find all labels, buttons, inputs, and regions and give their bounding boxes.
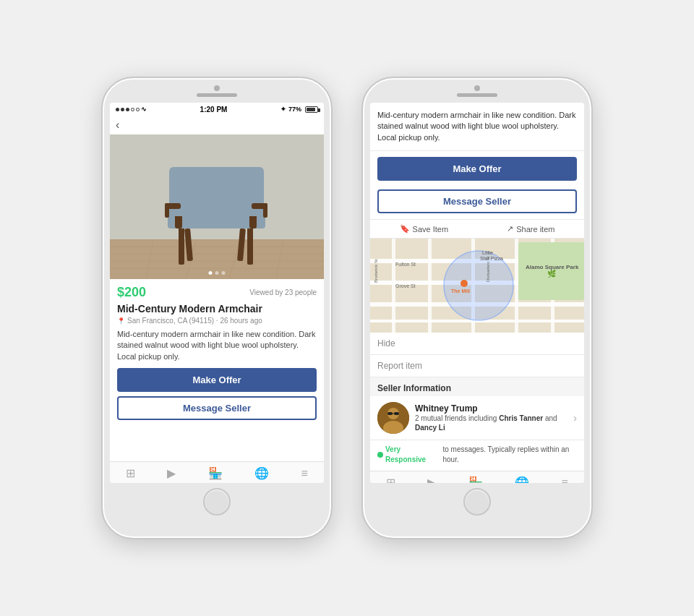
tab-bar-1: ⊞ ▶ 🏪 🌐 ≡: [110, 461, 324, 483]
svg-rect-48: [394, 412, 399, 415]
message-seller-button-2[interactable]: Message Seller: [377, 189, 577, 213]
svg-point-33: [444, 251, 513, 320]
tab-video-1[interactable]: ▶: [167, 466, 176, 480]
product-location: San Francisco, CA (94115) · 26 hours ago: [127, 317, 262, 325]
svg-rect-10: [179, 225, 184, 265]
tab-globe-1[interactable]: 🌐: [254, 466, 269, 480]
battery-percent-1: 77%: [288, 106, 301, 113]
signal-dot-1: [116, 108, 119, 111]
save-share-row: 🔖 Save Item ↗ Share item: [370, 220, 584, 239]
home-button-1[interactable]: [203, 488, 231, 516]
svg-text:The Mill: The Mill: [451, 288, 470, 294]
report-row[interactable]: Report item: [370, 355, 584, 377]
screen-1: ∿ 1:20 PM ✦ 77% ‹: [110, 103, 324, 483]
share-item-button[interactable]: ↗ Share item: [507, 224, 554, 234]
bluetooth-icon: ✦: [280, 106, 286, 113]
svg-text:Fulton St: Fulton St: [395, 262, 416, 267]
signal-dot-5: [136, 108, 140, 111]
wifi-icon: ∿: [141, 106, 147, 113]
svg-text:Grove St: Grove St: [395, 283, 416, 288]
signal-dot-2: [121, 108, 124, 111]
seller-info: Whitney Trump 2 mutual friends including…: [415, 403, 567, 432]
product-title: Mid-Century Modern Armchair: [117, 303, 317, 315]
map-container[interactable]: Fulton St Grove St Broderick St Divisade…: [370, 239, 584, 333]
tab-marketplace-1[interactable]: 🏪: [208, 466, 223, 480]
seller-avatar: [377, 402, 409, 434]
phone-2: Mid-century modern armchair in like new …: [361, 77, 593, 539]
signal-area: ∿: [116, 106, 147, 113]
chair-svg: [110, 134, 324, 279]
phone-top-2: [372, 85, 583, 100]
pin-icon: 📍: [117, 317, 125, 325]
product-info: $200 Viewed by 23 people Mid-Century Mod…: [110, 279, 324, 461]
tab-marketplace-2[interactable]: 🏪: [468, 476, 483, 483]
very-responsive-label: Very Responsive: [385, 445, 438, 465]
avatar-svg: [377, 402, 409, 434]
action-buttons: Make Offer Message Seller: [370, 151, 584, 220]
tab-menu-2[interactable]: ≡: [561, 476, 567, 483]
friend2-name: Dancy Li: [415, 424, 445, 432]
phone2-content: Mid-century modern armchair in like new …: [370, 103, 584, 483]
message-seller-button[interactable]: Message Seller: [117, 396, 317, 420]
make-offer-button-2[interactable]: Make Offer: [377, 157, 577, 181]
screen-content-1: ‹: [110, 116, 324, 483]
viewed-count: Viewed by 23 people: [249, 288, 317, 296]
svg-text:Broderick St: Broderick St: [374, 259, 378, 283]
tab-bar-2: ⊞ ▶ 🏪 🌐 ≡: [370, 471, 584, 483]
svg-rect-11: [247, 225, 253, 265]
phone-1: ∿ 1:20 PM ✦ 77% ‹: [101, 77, 333, 539]
signal-dot-3: [126, 108, 129, 111]
seller-section: Seller Information: [370, 377, 584, 471]
map-svg: Fulton St Grove St Broderick St Divisade…: [370, 239, 584, 333]
friend1-name: Chris Tanner: [499, 414, 543, 422]
seller-row[interactable]: Whitney Trump 2 mutual friends including…: [370, 396, 584, 440]
seller-header: Seller Information: [370, 377, 584, 396]
speaker-bar-2: [457, 93, 497, 97]
hide-row[interactable]: Hide: [370, 333, 584, 355]
svg-rect-20: [165, 203, 169, 218]
tab-globe-2[interactable]: 🌐: [515, 476, 529, 483]
green-dot-icon: [377, 452, 383, 458]
tab-news-1[interactable]: ⊞: [126, 466, 135, 480]
home-button-2[interactable]: [463, 488, 491, 516]
price-row: $200 Viewed by 23 people: [117, 285, 317, 300]
product-meta: 📍 San Francisco, CA (94115) · 26 hours a…: [117, 317, 317, 325]
svg-rect-30: [515, 239, 518, 333]
battery-icon-1: [305, 106, 318, 113]
share-label: Share item: [516, 225, 554, 234]
responsive-row: Very Responsive to messages. Typically r…: [370, 440, 584, 471]
speaker-bar: [197, 93, 237, 97]
seller-mutual-friends: 2 mutual friends including Chris Tanner …: [415, 414, 567, 432]
svg-rect-28: [428, 239, 432, 333]
nav-bar: ‹: [110, 116, 324, 134]
share-icon: ↗: [507, 224, 513, 234]
phone-top-1: [111, 85, 322, 100]
chevron-right-icon: ›: [573, 412, 577, 424]
back-button[interactable]: ‹: [116, 119, 119, 132]
description-box: Mid-century modern armchair in like new …: [370, 103, 584, 151]
save-label: Save Item: [413, 225, 449, 234]
image-dots: [209, 271, 226, 275]
seller-name: Whitney Trump: [415, 403, 567, 414]
phone-bottom-2: [463, 483, 491, 521]
responsive-suffix: to messages. Typically replies within an…: [442, 445, 577, 465]
bookmark-icon: 🔖: [400, 224, 410, 234]
camera-dot-2: [474, 85, 480, 91]
svg-point-40: [460, 280, 468, 287]
svg-text:Little: Little: [482, 250, 493, 255]
svg-text:Star Pizza: Star Pizza: [480, 256, 503, 261]
svg-rect-17: [169, 167, 264, 216]
make-offer-button[interactable]: Make Offer: [117, 368, 317, 392]
tab-news-2[interactable]: ⊞: [386, 476, 395, 483]
tab-video-2[interactable]: ▶: [427, 476, 436, 483]
tab-menu-1[interactable]: ≡: [301, 467, 307, 480]
signal-dot-4: [131, 108, 134, 111]
battery-fill-1: [307, 108, 315, 111]
dot-3: [222, 271, 226, 275]
and-text: and: [545, 414, 557, 422]
dot-2: [215, 271, 219, 275]
screen-2: Mid-century modern armchair in like new …: [370, 103, 584, 483]
save-item-button[interactable]: 🔖 Save Item: [400, 224, 449, 234]
green-badge: Very Responsive: [377, 445, 438, 465]
product-image: [110, 134, 324, 279]
